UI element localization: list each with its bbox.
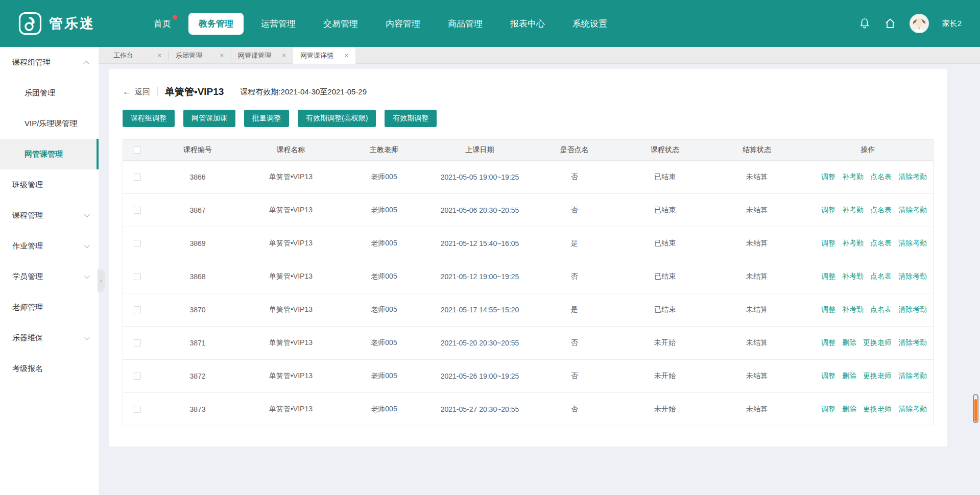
sidebar-item-label: VIP/乐理课管理: [25, 119, 77, 129]
action-makeup-attendance[interactable]: 补考勤: [842, 239, 864, 248]
nav-item-home[interactable]: 首页: [144, 13, 181, 35]
table-row: 3869 单簧管•VIP13 老师005 2021-05-12 15:40~16…: [123, 227, 933, 260]
sidebar-subitem-vip-theory[interactable]: VIP/乐理课管理: [0, 108, 99, 139]
row-checkbox[interactable]: [134, 174, 141, 181]
table-row: 3868 单簧管•VIP13 老师005 2021-05-12 19:00~19…: [123, 260, 933, 293]
course-name: 单簧管•VIP13: [244, 206, 338, 215]
tab-orchestra[interactable]: 乐团管理 ×: [169, 47, 231, 64]
table-header-row: 课程编号 课程名称 主教老师 上课日期 是否点名 课程状态 结算状态 操作: [123, 140, 933, 161]
action-clear-attendance[interactable]: 清除考勤: [898, 272, 927, 281]
action-adjust[interactable]: 调整: [821, 172, 835, 182]
sidebar-item-course-group[interactable]: 课程组管理: [0, 47, 99, 78]
action-adjust[interactable]: 调整: [821, 338, 835, 348]
validity-adjust-high-priv-button[interactable]: 有效期调整(高权限): [298, 110, 376, 127]
close-icon[interactable]: ×: [219, 51, 225, 60]
action-makeup-attendance[interactable]: 补考勤: [842, 272, 864, 281]
nav-item-label: 运营管理: [261, 19, 296, 29]
sidebar-item-homework[interactable]: 作业管理: [0, 231, 99, 261]
sidebar-item-course[interactable]: 课程管理: [0, 200, 99, 231]
action-clear-attendance[interactable]: 清除考勤: [898, 172, 927, 182]
action-delete[interactable]: 删除: [842, 372, 856, 381]
sidebar-subitem-online-course[interactable]: 网管课管理: [0, 139, 99, 169]
notification-dot: [173, 15, 177, 19]
action-rollcall-sheet[interactable]: 点名表: [870, 239, 892, 248]
row-checkbox[interactable]: [134, 306, 141, 313]
action-adjust[interactable]: 调整: [821, 305, 835, 314]
tab-label: 乐团管理: [176, 51, 202, 60]
action-rollcall-sheet[interactable]: 点名表: [870, 172, 892, 182]
sidebar-item-teachers[interactable]: 老师管理: [0, 292, 99, 323]
course-name: 单簧管•VIP13: [244, 372, 338, 381]
nav-item-transactions[interactable]: 交易管理: [313, 13, 368, 35]
nav-item-settings[interactable]: 系统设置: [562, 13, 617, 35]
action-clear-attendance[interactable]: 清除考勤: [898, 239, 927, 248]
sidebar-item-class[interactable]: 班级管理: [0, 169, 99, 200]
select-all-checkbox[interactable]: [134, 146, 141, 154]
nav-item-reports[interactable]: 报表中心: [500, 13, 555, 35]
tab-label: 网管课详情: [300, 51, 333, 60]
detail-card: ← 返回 单簧管•VIP13 课程有效期:2021-04-30至2021-05-…: [109, 69, 947, 447]
action-delete[interactable]: 删除: [842, 405, 856, 414]
action-rollcall-sheet[interactable]: 点名表: [870, 206, 892, 215]
content-area: ← 返回 单簧管•VIP13 课程有效期:2021-04-30至2021-05-…: [99, 64, 980, 495]
nav-item-operations[interactable]: 运营管理: [251, 13, 306, 35]
action-clear-attendance[interactable]: 清除考勤: [898, 305, 927, 314]
course-name: 单簧管•VIP13: [244, 272, 338, 281]
action-adjust[interactable]: 调整: [821, 272, 835, 281]
action-delete[interactable]: 删除: [842, 338, 856, 348]
action-adjust[interactable]: 调整: [821, 405, 835, 414]
sidebar-collapse-handle[interactable]: ‹: [98, 269, 105, 292]
sidebar-item-students[interactable]: 学员管理: [0, 261, 99, 292]
row-checkbox[interactable]: [134, 406, 141, 413]
nav-item-products[interactable]: 商品管理: [438, 13, 493, 35]
row-checkbox[interactable]: [134, 373, 141, 380]
action-change-teacher[interactable]: 更换老师: [863, 338, 892, 348]
action-adjust[interactable]: 调整: [821, 239, 835, 248]
nav-item-label: 交易管理: [323, 19, 358, 29]
close-icon[interactable]: ×: [281, 51, 287, 60]
nav-item-label: 内容管理: [386, 19, 420, 29]
sidebar-item-exam-registration[interactable]: 考级报名: [0, 353, 99, 384]
sidebar-item-instrument-maintenance[interactable]: 乐器维保: [0, 323, 99, 353]
page-scrollbar[interactable]: [973, 394, 978, 423]
nav-item-content[interactable]: 内容管理: [375, 13, 431, 35]
top-navbar: 管乐迷 首页 教务管理 运营管理 交易管理 内容管理 商品管理 报表中心 系统设…: [0, 0, 980, 47]
action-makeup-attendance[interactable]: 补考勤: [842, 206, 864, 215]
avatar[interactable]: [910, 14, 929, 33]
sidebar-subitem-orchestra[interactable]: 乐团管理: [0, 78, 99, 108]
app-logo[interactable]: 管乐迷: [18, 12, 123, 35]
row-checkbox[interactable]: [134, 207, 141, 214]
action-clear-attendance[interactable]: 清除考勤: [898, 338, 927, 348]
bell-icon[interactable]: [858, 17, 871, 30]
row-checkbox[interactable]: [134, 339, 141, 346]
action-adjust[interactable]: 调整: [821, 206, 835, 215]
validity-adjust-button[interactable]: 有效期调整: [385, 110, 437, 127]
row-checkbox[interactable]: [134, 240, 141, 247]
action-rollcall-sheet[interactable]: 点名表: [870, 305, 892, 314]
tab-online-course[interactable]: 网管课管理 ×: [231, 47, 293, 64]
action-clear-attendance[interactable]: 清除考勤: [898, 206, 927, 215]
page-scrollbar-thumb[interactable]: [974, 399, 977, 422]
tab-online-course-detail[interactable]: 网管课详情 ×: [293, 47, 355, 64]
action-change-teacher[interactable]: 更换老师: [863, 405, 892, 414]
nav-item-academic[interactable]: 教务管理: [188, 13, 244, 35]
close-icon[interactable]: ×: [156, 51, 162, 60]
action-rollcall-sheet[interactable]: 点名表: [870, 272, 892, 281]
course-status: 已结束: [619, 305, 711, 314]
adjust-course-group-button[interactable]: 课程组调整: [123, 110, 175, 127]
action-change-teacher[interactable]: 更换老师: [863, 372, 892, 381]
action-clear-attendance[interactable]: 清除考勤: [898, 372, 927, 381]
home-icon[interactable]: [884, 17, 896, 30]
username[interactable]: 家长2: [942, 19, 962, 29]
add-online-course-button[interactable]: 网管课加课: [183, 110, 235, 127]
action-makeup-attendance[interactable]: 补考勤: [842, 305, 864, 314]
action-clear-attendance[interactable]: 清除考勤: [898, 405, 927, 414]
batch-adjust-button[interactable]: 批量调整: [244, 110, 289, 127]
action-makeup-attendance[interactable]: 补考勤: [842, 172, 864, 182]
row-checkbox[interactable]: [134, 273, 141, 280]
tab-workbench[interactable]: 工作台 ×: [106, 47, 169, 64]
action-adjust[interactable]: 调整: [821, 372, 835, 381]
close-icon[interactable]: ×: [343, 51, 349, 60]
back-button[interactable]: ← 返回: [123, 87, 150, 97]
course-id: 3873: [152, 405, 244, 413]
